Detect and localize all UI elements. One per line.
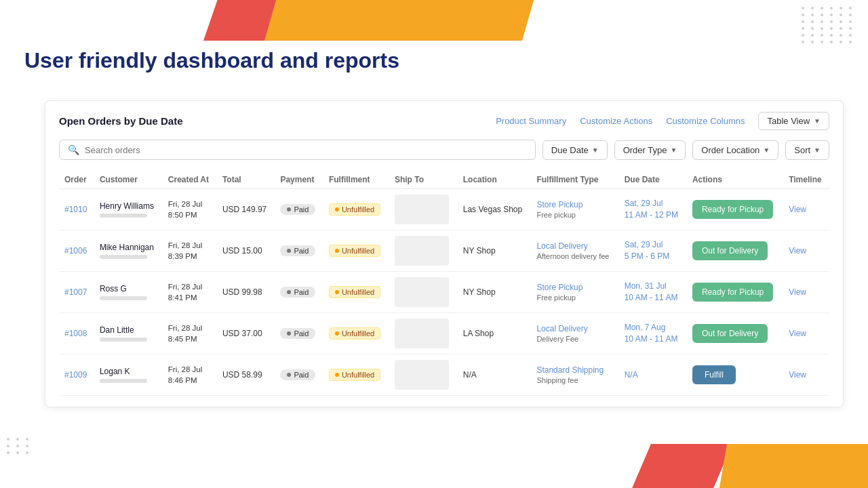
view-link[interactable]: View bbox=[789, 287, 806, 297]
shape-red bbox=[203, 0, 285, 41]
cell-due-date: Sat, 29 Jul11 AM - 12 PM bbox=[619, 189, 687, 230]
fulfillment-type-link[interactable]: Store Pickup bbox=[536, 200, 583, 209]
cell-total: USD 37.00 bbox=[217, 313, 275, 354]
customer-name: Ross G bbox=[100, 284, 157, 293]
product-summary-link[interactable]: Product Summary bbox=[496, 116, 566, 126]
fulfillment-badge: Unfulfilled bbox=[329, 327, 380, 340]
cell-fulfillment-type: Local Delivery Delivery Fee bbox=[531, 313, 618, 354]
cell-fulfillment-type: Local Delivery Afternoon delivery fee bbox=[531, 230, 618, 272]
table-row: #1006 Mike Hannigan Fri, 28 Jul8:39 PM U… bbox=[59, 230, 829, 272]
action-button[interactable]: Out for Delivery bbox=[692, 241, 768, 260]
cell-location: LA Shop bbox=[458, 313, 532, 354]
customer-bar bbox=[100, 255, 147, 259]
cell-created-at: Fri, 28 Jul8:46 PM bbox=[163, 354, 217, 396]
order-link[interactable]: #1007 bbox=[64, 287, 87, 297]
col-customer: Customer bbox=[94, 171, 163, 189]
customize-actions-link[interactable]: Customize Actions bbox=[580, 116, 652, 126]
table-view-chevron-icon: ▼ bbox=[814, 117, 821, 125]
customize-columns-link[interactable]: Customize Columns bbox=[666, 116, 745, 126]
order-location-filter-button[interactable]: Order Location ▼ bbox=[692, 140, 778, 160]
cell-due-date: N/A bbox=[619, 354, 687, 396]
cell-location: NY Shop bbox=[458, 230, 532, 272]
view-link[interactable]: View bbox=[789, 205, 806, 214]
customer-name: Dan Little bbox=[100, 325, 157, 335]
order-link[interactable]: #1008 bbox=[64, 329, 87, 338]
search-filters-row: 🔍 Due Date ▼ Order Type ▼ Order Location… bbox=[59, 140, 829, 160]
fulfillment-type-link[interactable]: Local Delivery bbox=[536, 241, 587, 251]
cell-actions: Out for Delivery bbox=[687, 313, 783, 354]
cell-total: USD 58.99 bbox=[217, 354, 275, 396]
cell-ship-to bbox=[389, 354, 458, 396]
order-link[interactable]: #1010 bbox=[64, 205, 87, 214]
table-row: #1007 Ross G Fri, 28 Jul8:41 PM USD 99.9… bbox=[59, 272, 829, 313]
col-fulfillment-type: Fulfillment Type bbox=[531, 171, 618, 189]
fulfillment-type-link[interactable]: Local Delivery bbox=[536, 324, 587, 333]
fulfillment-dot bbox=[335, 373, 339, 377]
payment-badge: Paid bbox=[280, 204, 315, 215]
action-button[interactable]: Ready for Pickup bbox=[692, 283, 773, 302]
cell-actions: Out for Delivery bbox=[687, 230, 783, 272]
cell-timeline: View bbox=[783, 230, 829, 272]
order-link[interactable]: #1009 bbox=[64, 370, 87, 380]
due-date-chevron-icon: ▼ bbox=[592, 146, 599, 154]
action-button[interactable]: Ready for Pickup bbox=[692, 200, 773, 219]
cell-fulfillment-type: Standard Shipping Shipping fee bbox=[531, 354, 618, 396]
cell-ship-to bbox=[389, 313, 458, 354]
bottom-shape-orange bbox=[719, 444, 868, 488]
cell-order-id: #1007 bbox=[59, 272, 94, 313]
fulfillment-type-link[interactable]: Standard Shipping bbox=[536, 365, 604, 375]
ship-to-image bbox=[395, 195, 449, 224]
cell-created-at: Fri, 28 Jul8:50 PM bbox=[163, 189, 217, 230]
top-decorative-shapes bbox=[0, 0, 868, 41]
col-order: Order bbox=[59, 171, 94, 189]
cell-timeline: View bbox=[783, 272, 829, 313]
fulfillment-type-link[interactable]: Store Pickup bbox=[536, 283, 583, 292]
sort-filter-button[interactable]: Sort ▼ bbox=[785, 140, 829, 160]
cell-due-date: Mon, 31 Jul10 AM - 11 AM bbox=[619, 272, 687, 313]
cell-timeline: View bbox=[783, 354, 829, 396]
table-view-button[interactable]: Table View ▼ bbox=[758, 112, 829, 130]
due-date-link[interactable]: Sat, 29 Jul5 PM - 6 PM bbox=[625, 240, 670, 261]
action-button[interactable]: Out for Delivery bbox=[692, 324, 768, 343]
view-link[interactable]: View bbox=[789, 329, 806, 338]
cell-total: USD 149.97 bbox=[217, 189, 275, 230]
view-link[interactable]: View bbox=[789, 370, 806, 380]
fulfillment-badge: Unfulfilled bbox=[329, 203, 380, 216]
due-date-na[interactable]: N/A bbox=[625, 370, 638, 380]
cell-created-at: Fri, 28 Jul8:45 PM bbox=[163, 313, 217, 354]
customer-name: Henry Williams bbox=[100, 201, 157, 211]
created-date: Fri, 28 Jul8:50 PM bbox=[168, 200, 203, 219]
card-header-actions: Product Summary Customize Actions Custom… bbox=[496, 112, 829, 130]
due-date-link[interactable]: Mon, 7 Aug10 AM - 11 AM bbox=[625, 323, 678, 344]
due-date-filter-button[interactable]: Due Date ▼ bbox=[542, 140, 608, 160]
cell-timeline: View bbox=[783, 189, 829, 230]
search-box: 🔍 bbox=[59, 140, 536, 160]
order-link[interactable]: #1006 bbox=[64, 246, 87, 256]
due-date-link[interactable]: Mon, 31 Jul10 AM - 11 AM bbox=[625, 281, 678, 302]
table-row: #1009 Logan K Fri, 28 Jul8:46 PM USD 58.… bbox=[59, 354, 829, 396]
col-location: Location bbox=[458, 171, 532, 189]
card-title: Open Orders by Due Date bbox=[59, 115, 183, 127]
col-due-date: Due Date bbox=[619, 171, 687, 189]
bottom-shape-red bbox=[631, 444, 732, 488]
cell-payment: Paid bbox=[275, 354, 323, 396]
payment-badge: Paid bbox=[280, 287, 315, 298]
cell-location: NY Shop bbox=[458, 272, 532, 313]
payment-badge: Paid bbox=[280, 369, 315, 380]
fulfillment-dot bbox=[335, 207, 339, 211]
cell-payment: Paid bbox=[275, 313, 323, 354]
view-link[interactable]: View bbox=[789, 246, 806, 256]
cell-customer: Mike Hannigan bbox=[94, 230, 163, 272]
cell-order-id: #1010 bbox=[59, 189, 94, 230]
due-date-link[interactable]: Sat, 29 Jul11 AM - 12 PM bbox=[625, 199, 678, 220]
order-type-filter-button[interactable]: Order Type ▼ bbox=[614, 140, 686, 160]
col-actions: Actions bbox=[687, 171, 783, 189]
payment-dot bbox=[287, 373, 291, 377]
action-button[interactable]: Fulfill bbox=[692, 365, 736, 384]
cell-created-at: Fri, 28 Jul8:39 PM bbox=[163, 230, 217, 272]
cell-total: USD 99.98 bbox=[217, 272, 275, 313]
search-input[interactable] bbox=[85, 145, 527, 155]
payment-dot bbox=[287, 290, 291, 294]
col-ship-to: Ship To bbox=[389, 171, 458, 189]
cell-timeline: View bbox=[783, 313, 829, 354]
